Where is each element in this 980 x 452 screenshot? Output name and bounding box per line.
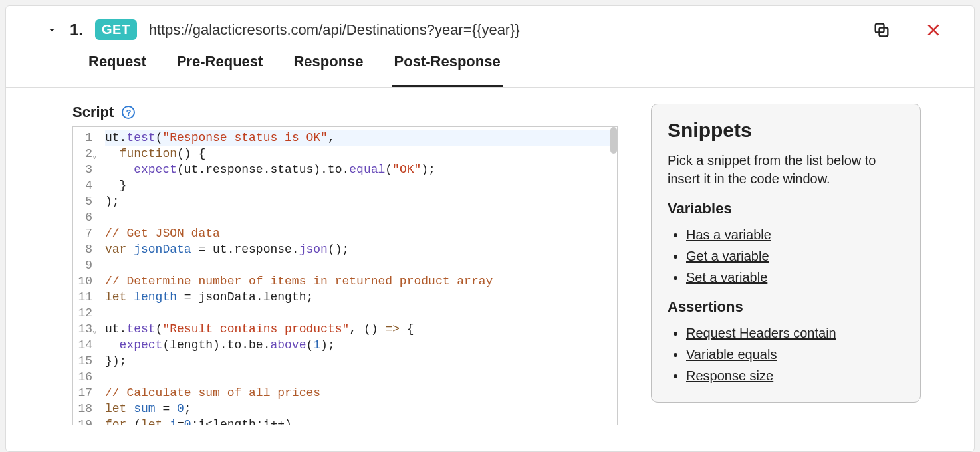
request-url[interactable]: https://galacticresorts.com/api/Destinat… <box>149 21 520 39</box>
http-method-badge: GET <box>95 19 137 40</box>
script-section-title: Script <box>72 104 114 121</box>
code-line[interactable]: var jsonData = ut.response.json(); <box>105 241 617 257</box>
help-icon[interactable]: ? <box>122 106 135 119</box>
tab-response[interactable]: Response <box>291 53 366 87</box>
snippets-panel-wrap: Snippets Pick a snippet from the list be… <box>651 104 921 425</box>
line-number: 8 <box>76 241 92 257</box>
code-line[interactable]: for (let i=0;i<length;i++) <box>105 417 617 425</box>
snippet-item: Get a variable <box>686 245 904 267</box>
card-header: 1. GET https://galacticresorts.com/api/D… <box>6 6 974 49</box>
delete-button[interactable] <box>923 20 943 40</box>
line-number: 19 <box>76 417 92 425</box>
code-line[interactable] <box>105 257 617 273</box>
snippet-item: Set a variable <box>686 267 904 288</box>
snippet-link[interactable]: Variable equals <box>686 347 777 362</box>
line-number: 2v <box>76 146 92 162</box>
close-icon <box>925 21 942 39</box>
line-number: 6 <box>76 209 92 225</box>
tab-post-response[interactable]: Post-Response <box>392 53 503 87</box>
script-panel: Script ? 12v345678910111213v141516171819… <box>72 104 618 425</box>
snippet-item: Request Headers contain <box>686 322 904 344</box>
code-line[interactable]: let length = jsonData.length; <box>105 289 617 305</box>
code-line[interactable]: ); <box>105 193 617 209</box>
collapse-chevron-icon[interactable] <box>46 24 58 36</box>
copy-icon <box>872 21 891 39</box>
snippet-group-title: Variables <box>668 200 904 217</box>
line-number-gutter: 12v345678910111213v141516171819 <box>73 127 98 425</box>
line-number: 10 <box>76 273 92 289</box>
code-line[interactable]: expect(length).to.be.above(1); <box>105 337 617 353</box>
code-line[interactable] <box>105 369 617 385</box>
line-number: 12 <box>76 305 92 321</box>
code-line[interactable]: ut.test("Response status is OK", <box>105 130 617 146</box>
snippet-link[interactable]: Response size <box>686 368 773 383</box>
code-line[interactable]: // Calculate sum of all prices <box>105 385 617 401</box>
content-area: Script ? 12v345678910111213v141516171819… <box>6 88 974 425</box>
code-line[interactable]: let sum = 0; <box>105 401 617 417</box>
line-number: 14 <box>76 337 92 353</box>
line-number: 4 <box>76 177 92 193</box>
line-number: 16 <box>76 369 92 385</box>
tabs-bar: Request Pre-Request Response Post-Respon… <box>6 49 974 88</box>
snippet-link[interactable]: Set a variable <box>686 270 767 284</box>
line-number: 18 <box>76 401 92 417</box>
snippet-list: Request Headers containVariable equalsRe… <box>668 322 904 386</box>
tab-pre-request[interactable]: Pre-Request <box>174 53 266 87</box>
snippet-link[interactable]: Request Headers contain <box>686 326 836 340</box>
editor-scrollbar[interactable] <box>610 127 617 154</box>
snippet-group-title: Assertions <box>668 298 904 316</box>
code-line[interactable] <box>105 305 617 321</box>
line-number: 9 <box>76 257 92 273</box>
code-line[interactable]: }); <box>105 353 617 369</box>
line-number: 13v <box>76 321 92 337</box>
line-number: 17 <box>76 385 92 401</box>
code-line[interactable]: // Get JSON data <box>105 225 617 241</box>
snippets-panel: Snippets Pick a snippet from the list be… <box>651 104 921 403</box>
snippet-item: Variable equals <box>686 344 904 365</box>
snippet-item: Has a variable <box>686 224 904 245</box>
request-card: 1. GET https://galacticresorts.com/api/D… <box>5 5 975 452</box>
code-line[interactable]: } <box>105 177 617 193</box>
line-number: 3 <box>76 162 92 177</box>
code-line[interactable]: // Determine number of items in returned… <box>105 273 617 289</box>
fold-icon[interactable]: v <box>93 150 96 166</box>
code-line[interactable] <box>105 209 617 225</box>
tab-request[interactable]: Request <box>86 53 149 87</box>
fold-icon[interactable]: v <box>93 325 96 341</box>
snippet-link[interactable]: Get a variable <box>686 249 769 263</box>
line-number: 5 <box>76 193 92 209</box>
code-area[interactable]: ut.test("Response status is OK", functio… <box>98 127 617 425</box>
code-line[interactable]: expect(ut.response.status).to.equal("OK"… <box>105 162 617 177</box>
snippets-title: Snippets <box>668 119 904 142</box>
code-editor[interactable]: 12v345678910111213v141516171819 ut.test(… <box>72 126 618 425</box>
line-number: 7 <box>76 225 92 241</box>
snippet-link[interactable]: Has a variable <box>686 227 771 242</box>
snippet-item: Response size <box>686 365 904 386</box>
step-number: 1. <box>70 21 83 39</box>
snippets-description: Pick a snippet from the list below to in… <box>668 151 904 188</box>
snippet-list: Has a variableGet a variableSet a variab… <box>668 224 904 288</box>
code-line[interactable]: ut.test("Result contains products", () =… <box>105 321 617 337</box>
line-number: 11 <box>76 289 92 305</box>
code-line[interactable]: function() { <box>105 146 617 162</box>
duplicate-button[interactable] <box>872 20 892 40</box>
line-number: 15 <box>76 353 92 369</box>
line-number: 1 <box>76 130 92 146</box>
